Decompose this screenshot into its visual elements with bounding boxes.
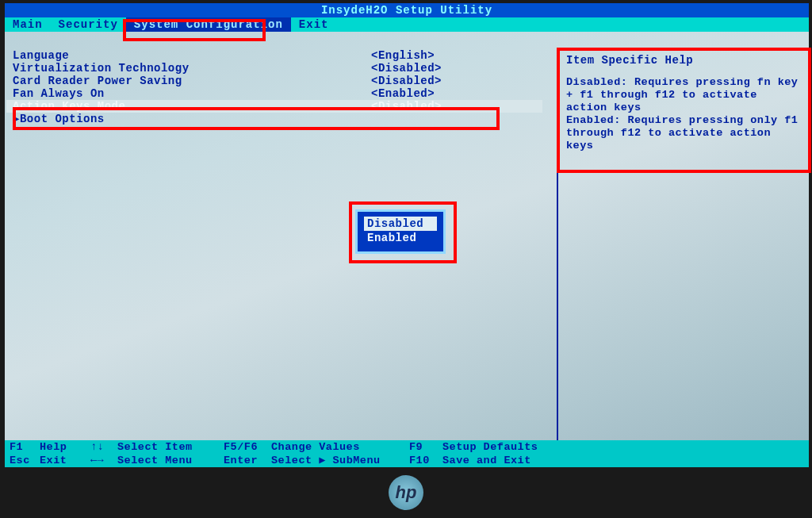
footer-label: Help bbox=[40, 440, 90, 454]
footer-label: Setup Defaults bbox=[442, 440, 569, 454]
setting-label: Language bbox=[6, 49, 371, 62]
monitor-frame: InsydeH2O Setup Utility MainSecuritySyst… bbox=[0, 0, 812, 518]
footer-key: F1 bbox=[5, 440, 40, 454]
value-popup: DisabledEnabled bbox=[355, 209, 446, 254]
setting-value: <Disabled> bbox=[371, 100, 498, 113]
setting-row[interactable]: ▶Boot Options bbox=[6, 113, 542, 125]
footer-label: Exit bbox=[40, 454, 90, 467]
footer-label: Save and Exit bbox=[442, 454, 569, 467]
title-bar: InsydeH2O Setup Utility bbox=[5, 3, 809, 17]
setting-row[interactable]: Fan Always On<Enabled> bbox=[6, 87, 542, 100]
help-title: Item Specific Help bbox=[566, 49, 802, 67]
setting-value: <English> bbox=[371, 49, 498, 62]
footer-label: Select ▶ SubMenu bbox=[271, 454, 409, 467]
footer-hints: F1Help↑↓Select ItemF5/F6Change ValuesF9S… bbox=[5, 440, 809, 467]
footer-key: F10 bbox=[409, 454, 442, 467]
setting-label: Card Reader Power Saving bbox=[6, 75, 371, 87]
menu-tab-system-configuration[interactable]: System Configuration bbox=[126, 17, 291, 32]
popup-option-disabled[interactable]: Disabled bbox=[364, 217, 437, 231]
footer-key: Esc bbox=[5, 454, 40, 467]
help-text: Disabled: Requires pressing fn key + f1 … bbox=[566, 76, 802, 152]
setting-value: <Enabled> bbox=[371, 87, 498, 100]
setting-value: <Disabled> bbox=[371, 62, 498, 75]
menu-tab-security[interactable]: Security bbox=[51, 17, 126, 32]
footer-key: ↑↓ bbox=[90, 440, 117, 454]
setting-row[interactable]: Language<English> bbox=[6, 49, 542, 62]
footer-row: F1Help↑↓Select ItemF5/F6Change ValuesF9S… bbox=[5, 440, 809, 454]
setting-row[interactable]: Card Reader Power Saving<Disabled> bbox=[6, 75, 542, 87]
footer-row: EscExit←→Select MenuEnterSelect ▶ SubMen… bbox=[5, 454, 809, 467]
setting-value bbox=[371, 113, 498, 125]
help-panel: Item Specific Help Disabled: Requires pr… bbox=[557, 49, 802, 444]
setting-label: ▶Boot Options bbox=[6, 113, 371, 125]
bios-screen: InsydeH2O Setup Utility MainSecuritySyst… bbox=[5, 3, 809, 467]
footer-label: Select Item bbox=[117, 440, 224, 454]
settings-list: Language<English>Virtualization Technolo… bbox=[6, 49, 542, 444]
footer-label: Change Values bbox=[271, 440, 409, 454]
menu-tab-exit[interactable]: Exit bbox=[291, 17, 337, 32]
menu-tab-main[interactable]: Main bbox=[5, 17, 51, 32]
footer-key: ←→ bbox=[90, 454, 117, 467]
setting-row[interactable]: Virtualization Technology<Disabled> bbox=[6, 62, 542, 75]
hp-logo: hp bbox=[389, 475, 423, 510]
setting-label: Action Keys Mode bbox=[6, 100, 371, 113]
menu-bar: MainSecuritySystem ConfigurationExit bbox=[5, 17, 809, 32]
footer-key: F9 bbox=[409, 440, 442, 454]
setting-row[interactable]: Action Keys Mode<Disabled> bbox=[6, 100, 542, 113]
setting-value: <Disabled> bbox=[371, 75, 498, 87]
footer-key: F5/F6 bbox=[224, 440, 271, 454]
setting-label: Fan Always On bbox=[6, 87, 371, 100]
footer-label: Select Menu bbox=[117, 454, 224, 467]
footer-key: Enter bbox=[224, 454, 271, 467]
popup-option-enabled[interactable]: Enabled bbox=[364, 231, 437, 245]
setting-label: Virtualization Technology bbox=[6, 62, 371, 75]
